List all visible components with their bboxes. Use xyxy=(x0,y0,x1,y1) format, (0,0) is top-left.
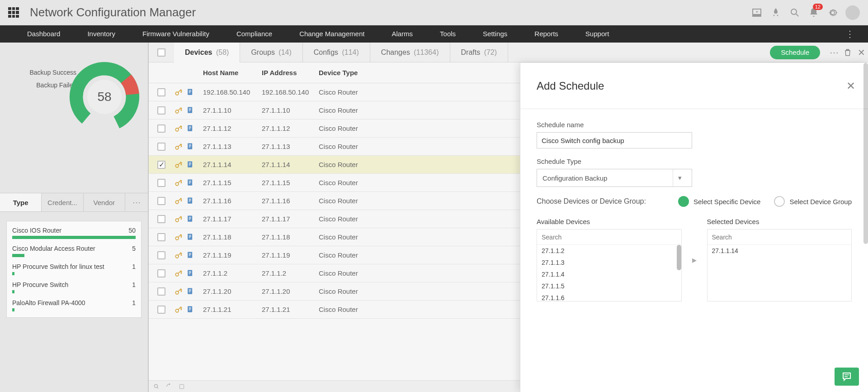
nav-tools[interactable]: Tools xyxy=(426,25,469,43)
nav-alarms[interactable]: Alarms xyxy=(378,25,426,43)
key-icon[interactable] xyxy=(174,269,183,278)
row-checkbox[interactable] xyxy=(157,88,165,96)
list-item[interactable]: 27.1.1.2 xyxy=(537,245,681,257)
col-ip[interactable]: IP Address xyxy=(262,69,319,76)
key-icon[interactable] xyxy=(174,287,183,296)
schedule-name-input[interactable] xyxy=(537,132,692,148)
tab-drafts[interactable]: Drafts (72) xyxy=(450,43,509,62)
nav-reports[interactable]: Reports xyxy=(521,25,572,43)
doc-icon[interactable] xyxy=(186,142,195,151)
doc-icon[interactable] xyxy=(186,124,195,133)
radio-device-group[interactable]: Select Device Group xyxy=(774,196,852,207)
avatar[interactable] xyxy=(845,5,860,20)
gear-icon[interactable] xyxy=(826,6,839,19)
key-icon[interactable] xyxy=(174,305,183,314)
row-checkbox[interactable] xyxy=(157,197,165,205)
nav-support[interactable]: Support xyxy=(572,25,623,43)
row-checkbox[interactable] xyxy=(157,106,165,115)
key-icon[interactable] xyxy=(174,142,183,151)
col-type[interactable]: Device Type xyxy=(319,69,373,76)
type-row[interactable]: Cisco Modular Access Router5 xyxy=(7,242,141,260)
tab-devices[interactable]: Devices (58) xyxy=(174,43,240,62)
move-right-icon[interactable]: ▸ xyxy=(689,218,700,301)
rocket-icon[interactable] xyxy=(769,6,782,19)
type-row[interactable]: Cisco IOS Router50 xyxy=(7,224,141,242)
doc-icon[interactable] xyxy=(186,269,195,278)
nav-compliance[interactable]: Compliance xyxy=(223,25,286,43)
row-checkbox[interactable] xyxy=(157,233,165,241)
modal-close-icon[interactable]: ✕ xyxy=(846,80,855,92)
settings-small-icon[interactable] xyxy=(179,383,185,390)
chat-fab[interactable] xyxy=(835,368,859,386)
key-icon[interactable] xyxy=(174,215,183,224)
list-item[interactable]: 27.1.1.5 xyxy=(537,280,681,292)
host-cell: 27.1.1.14 xyxy=(203,161,262,168)
list-item[interactable]: 27.1.1.14 xyxy=(708,245,852,257)
available-search-input[interactable] xyxy=(542,229,677,244)
schedule-type-select[interactable]: Configuration Backup ▾ xyxy=(537,169,692,187)
nav-more-icon[interactable]: ⋮ xyxy=(845,29,854,39)
nav-inventory[interactable]: Inventory xyxy=(74,25,129,43)
filter-tab-credentials[interactable]: Credent... xyxy=(42,193,83,211)
filter-tab-vendor[interactable]: Vendor xyxy=(84,193,125,211)
search-icon[interactable] xyxy=(788,6,801,19)
row-checkbox[interactable] xyxy=(157,124,165,133)
filter-more-icon[interactable]: ⋯ xyxy=(125,193,148,211)
doc-icon[interactable] xyxy=(186,88,195,97)
schedule-button[interactable]: Schedule xyxy=(770,46,820,59)
doc-icon[interactable] xyxy=(186,287,195,296)
key-icon[interactable] xyxy=(174,124,183,133)
key-icon[interactable] xyxy=(174,106,183,115)
list-item[interactable]: 27.1.1.3 xyxy=(537,257,681,268)
doc-icon[interactable] xyxy=(186,160,195,169)
tab-groups[interactable]: Groups (14) xyxy=(240,43,302,62)
nav-firmware[interactable]: Firmware Vulnerability xyxy=(129,25,223,43)
doc-icon[interactable] xyxy=(186,106,195,115)
list-item[interactable]: 27.1.1.4 xyxy=(537,268,681,280)
bell-icon[interactable]: 12 xyxy=(807,6,820,19)
trash-icon[interactable] xyxy=(841,48,854,57)
row-checkbox[interactable] xyxy=(157,143,165,151)
type-row[interactable]: HP Procurve Switch for linux test1 xyxy=(7,260,141,278)
radio-specific-device[interactable]: Select Specific Device xyxy=(678,196,760,207)
tab-configs[interactable]: Configs (114) xyxy=(303,43,370,62)
doc-icon[interactable] xyxy=(186,215,195,224)
key-icon[interactable] xyxy=(174,251,183,260)
key-icon[interactable] xyxy=(174,178,183,187)
selected-search-input[interactable] xyxy=(712,229,847,244)
nav-dashboard[interactable]: Dashboard xyxy=(14,25,74,43)
col-host[interactable]: Host Name xyxy=(203,69,262,76)
doc-icon[interactable] xyxy=(186,196,195,206)
doc-icon[interactable] xyxy=(186,251,195,260)
select-all-checkbox[interactable] xyxy=(157,48,165,57)
tab-changes[interactable]: Changes (11364) xyxy=(370,43,450,62)
type-row[interactable]: HP Procurve Switch1 xyxy=(7,278,141,296)
apps-icon[interactable] xyxy=(8,7,19,18)
more-icon[interactable]: ⋯ xyxy=(827,47,841,58)
scrollbar[interactable] xyxy=(677,245,681,270)
row-checkbox[interactable] xyxy=(157,179,165,187)
refresh-small-icon[interactable] xyxy=(166,383,172,390)
nav-change-mgmt[interactable]: Change Management xyxy=(286,25,378,43)
list-item[interactable]: 27.1.1.6 xyxy=(537,292,681,301)
page-scrollbar[interactable] xyxy=(863,63,868,244)
row-checkbox[interactable] xyxy=(157,287,165,296)
doc-icon[interactable] xyxy=(186,305,195,314)
doc-icon[interactable] xyxy=(186,178,195,187)
filter-tab-type[interactable]: Type xyxy=(0,193,42,211)
key-icon[interactable] xyxy=(174,88,183,97)
monitor-icon[interactable] xyxy=(750,6,763,19)
key-icon[interactable] xyxy=(174,160,183,169)
key-icon[interactable] xyxy=(174,196,183,206)
doc-icon[interactable] xyxy=(186,233,195,242)
row-checkbox[interactable] xyxy=(157,161,165,169)
type-row[interactable]: PaloAlto Firewall PA-40001 xyxy=(7,296,141,315)
key-icon[interactable] xyxy=(174,233,183,242)
row-checkbox[interactable] xyxy=(157,306,165,314)
row-checkbox[interactable] xyxy=(157,215,165,223)
row-checkbox[interactable] xyxy=(157,251,165,259)
search-small-icon[interactable] xyxy=(153,383,160,390)
row-checkbox[interactable] xyxy=(157,269,165,277)
nav-settings[interactable]: Settings xyxy=(469,25,521,43)
close-icon[interactable]: ✕ xyxy=(854,47,868,58)
